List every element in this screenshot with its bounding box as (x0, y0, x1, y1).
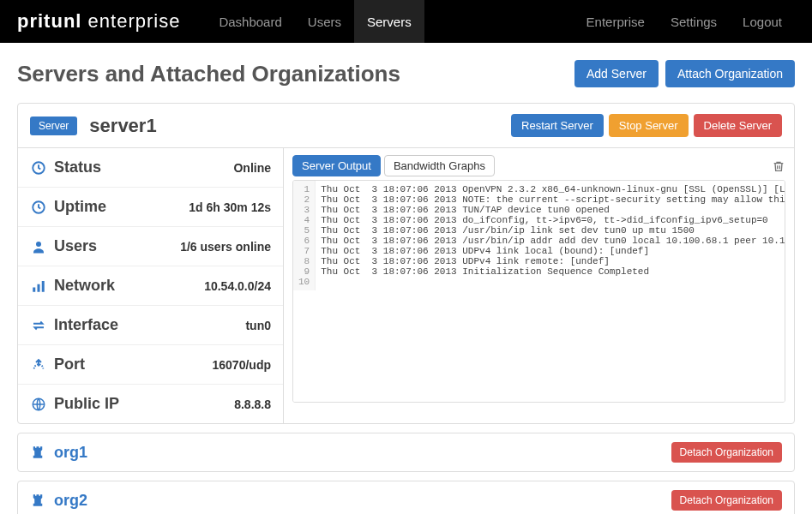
tab-bandwidth-graphs[interactable]: Bandwidth Graphs (384, 155, 495, 176)
stats-column: Status Online Uptime 1d 6h 30m 12s Users… (18, 148, 284, 423)
org-name[interactable]: org2 (54, 492, 87, 510)
page-actions: Add Server Attach Organization (574, 60, 795, 87)
server-header: Server server1 Restart Server Stop Serve… (18, 104, 794, 148)
nav-settings[interactable]: Settings (658, 0, 730, 43)
globe-icon (30, 396, 47, 413)
org-name[interactable]: org1 (54, 444, 87, 462)
org-panel: org2 Detach Organization (17, 481, 795, 514)
attach-organization-button[interactable]: Attach Organization (665, 60, 795, 87)
svg-rect-4 (38, 284, 40, 291)
svg-rect-5 (42, 281, 45, 292)
stat-uptime: Uptime 1d 6h 30m 12s (18, 188, 283, 227)
user-icon (30, 238, 47, 255)
nav-servers[interactable]: Servers (354, 0, 424, 43)
stat-label: Public IP (54, 395, 119, 413)
stat-status: Status Online (18, 148, 283, 188)
trash-icon[interactable] (772, 159, 785, 173)
bars-icon (30, 278, 47, 295)
org-action: Detach Organization (671, 490, 782, 511)
server-actions: Restart Server Stop Server Delete Server (511, 114, 782, 137)
stat-label: Users (54, 237, 97, 255)
upload-icon (30, 356, 47, 374)
stat-label: Status (54, 158, 101, 176)
clock-icon (30, 159, 47, 176)
log-lines: Thu Oct 3 18:07:06 2013 OpenVPN 2.3.2 x8… (316, 181, 785, 290)
stat-network: Network 10.54.0.0/24 (18, 266, 283, 306)
nav-logout[interactable]: Logout (730, 0, 795, 43)
tabs-row: Server Output Bandwidth Graphs (292, 155, 785, 176)
swap-icon (30, 317, 47, 334)
stat-public-ip: Public IP 8.8.8.8 (18, 385, 283, 423)
stat-interface: Interface tun0 (18, 306, 283, 345)
navbar: pritunl enterprise Dashboard Users Serve… (0, 0, 812, 43)
stat-value: Online (233, 161, 271, 175)
delete-server-button[interactable]: Delete Server (694, 114, 782, 137)
nav-right: Enterprise Settings Logout (574, 0, 795, 43)
server-body: Status Online Uptime 1d 6h 30m 12s Users… (18, 148, 794, 423)
stat-port: Port 16070/udp (18, 345, 283, 385)
log-gutter: 1 2 3 4 5 6 7 8 9 10 (293, 181, 316, 290)
server-panel: Server server1 Restart Server Stop Serve… (17, 103, 795, 424)
log-pane[interactable]: 1 2 3 4 5 6 7 8 9 10 Thu Oct 3 18:07:06 … (292, 180, 785, 403)
page-title: Servers and Attached Organizations (17, 61, 400, 87)
detach-organization-button[interactable]: Detach Organization (671, 442, 782, 463)
stat-label: Port (54, 356, 85, 374)
nav-enterprise[interactable]: Enterprise (574, 0, 658, 43)
brand-strong: pritunl (17, 10, 81, 32)
rook-icon (30, 493, 45, 508)
clock-icon (30, 199, 47, 216)
stat-value: tun0 (245, 319, 271, 332)
restart-server-button[interactable]: Restart Server (511, 114, 604, 137)
brand-thin: enterprise (88, 10, 181, 32)
add-server-button[interactable]: Add Server (574, 60, 659, 87)
server-badge: Server (30, 117, 77, 135)
nav-dashboard[interactable]: Dashboard (206, 0, 294, 43)
content: Servers and Attached Organizations Add S… (0, 43, 812, 514)
rook-icon (30, 445, 45, 460)
stat-label: Uptime (54, 198, 106, 216)
svg-point-2 (36, 242, 41, 247)
page-header: Servers and Attached Organizations Add S… (17, 60, 795, 87)
stat-value: 1d 6h 30m 12s (189, 200, 271, 214)
svg-rect-3 (33, 287, 35, 291)
org-action: Detach Organization (671, 442, 782, 463)
stat-value: 10.54.0.0/24 (204, 279, 271, 293)
stat-users: Users 1/6 users online (18, 227, 283, 266)
server-name: server1 (89, 115, 156, 137)
nav-users[interactable]: Users (295, 0, 354, 43)
stat-value: 1/6 users online (180, 240, 271, 254)
stat-value: 16070/udp (213, 358, 271, 372)
nav-links: Dashboard Users Servers (206, 0, 424, 43)
output-column: Server Output Bandwidth Graphs 1 2 3 4 5… (284, 148, 794, 423)
stat-value: 8.8.8.8 (234, 397, 271, 411)
detach-organization-button[interactable]: Detach Organization (671, 490, 782, 511)
stop-server-button[interactable]: Stop Server (609, 114, 689, 137)
tab-server-output[interactable]: Server Output (292, 155, 381, 176)
org-panel: org1 Detach Organization (17, 433, 795, 472)
brand: pritunl enterprise (17, 10, 180, 33)
stat-label: Network (54, 277, 115, 295)
stat-label: Interface (54, 316, 118, 334)
